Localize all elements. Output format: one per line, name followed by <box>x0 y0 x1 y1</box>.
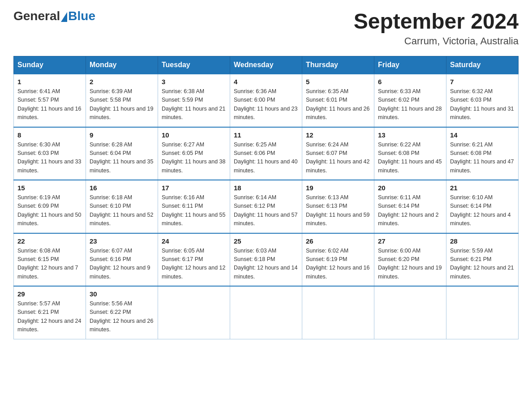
day-number: 9 <box>90 131 154 139</box>
sunrise-line: Sunrise: 6:03 AM <box>234 248 276 254</box>
cell-info: Sunrise: 6:39 AMSunset: 5:58 PMDaylight:… <box>90 87 154 122</box>
day-number: 21 <box>450 184 515 192</box>
cell-info: Sunrise: 6:16 AMSunset: 6:11 PMDaylight:… <box>162 193 226 228</box>
sunrise-line: Sunrise: 6:36 AM <box>234 88 276 94</box>
cell-info: Sunrise: 5:56 AMSunset: 6:22 PMDaylight:… <box>90 300 154 334</box>
day-number: 23 <box>90 237 154 245</box>
daylight-line: Daylight: 11 hours and 47 minutes. <box>450 158 514 173</box>
day-number: 1 <box>17 78 82 86</box>
calendar-cell: 5Sunrise: 6:35 AMSunset: 6:01 PMDaylight… <box>302 74 374 127</box>
cell-info: Sunrise: 5:59 AMSunset: 6:21 PMDaylight:… <box>450 247 515 282</box>
daylight-line: Daylight: 12 hours and 19 minutes. <box>378 265 442 279</box>
sunrise-line: Sunrise: 6:25 AM <box>234 141 276 148</box>
day-number: 10 <box>162 131 226 139</box>
calendar-cell: 4Sunrise: 6:36 AMSunset: 6:00 PMDaylight… <box>230 74 302 127</box>
sunset-line: Sunset: 6:06 PM <box>234 150 275 156</box>
calendar-cell: 27Sunrise: 6:00 AMSunset: 6:20 PMDayligh… <box>374 233 446 287</box>
weekday-header-monday: Monday <box>86 56 158 74</box>
day-number: 22 <box>17 237 82 245</box>
calendar-cell: 17Sunrise: 6:16 AMSunset: 6:11 PMDayligh… <box>158 180 230 233</box>
page-header: General Blue September 2024 Carrum, Vict… <box>13 9 519 47</box>
cell-info: Sunrise: 6:00 AMSunset: 6:20 PMDaylight:… <box>378 247 442 282</box>
day-number: 24 <box>162 237 226 245</box>
calendar-cell: 22Sunrise: 6:08 AMSunset: 6:15 PMDayligh… <box>14 233 86 287</box>
daylight-line: Daylight: 12 hours and 9 minutes. <box>90 265 150 279</box>
weekday-header-thursday: Thursday <box>302 56 374 74</box>
sunset-line: Sunset: 6:11 PM <box>162 203 203 209</box>
calendar-cell: 14Sunrise: 6:21 AMSunset: 6:08 PMDayligh… <box>446 127 519 180</box>
sunrise-line: Sunrise: 5:56 AM <box>90 300 132 307</box>
sunset-line: Sunset: 6:01 PM <box>306 97 347 103</box>
sunrise-line: Sunrise: 6:32 AM <box>450 88 493 94</box>
sunrise-line: Sunrise: 6:21 AM <box>450 141 493 148</box>
location-subtitle: Carrum, Victoria, Australia <box>354 35 519 47</box>
cell-info: Sunrise: 6:21 AMSunset: 6:08 PMDaylight:… <box>450 141 515 176</box>
logo-triangle-icon <box>61 12 67 22</box>
cell-info: Sunrise: 6:22 AMSunset: 6:08 PMDaylight:… <box>378 141 442 176</box>
logo-general-text: General <box>13 9 60 23</box>
calendar-week-row: 22Sunrise: 6:08 AMSunset: 6:15 PMDayligh… <box>14 233 519 287</box>
sunset-line: Sunset: 6:04 PM <box>90 150 131 156</box>
sunrise-line: Sunrise: 6:07 AM <box>90 248 132 254</box>
weekday-header-tuesday: Tuesday <box>158 56 230 74</box>
sunset-line: Sunset: 6:03 PM <box>17 150 59 156</box>
sunrise-line: Sunrise: 6:05 AM <box>162 248 204 254</box>
daylight-line: Daylight: 11 hours and 31 minutes. <box>450 106 514 120</box>
sunset-line: Sunset: 6:02 PM <box>378 97 419 103</box>
calendar-cell <box>302 286 374 339</box>
month-year-title: September 2024 <box>354 9 519 34</box>
day-number: 17 <box>162 184 226 192</box>
day-number: 25 <box>234 237 298 245</box>
calendar-cell: 9Sunrise: 6:28 AMSunset: 6:04 PMDaylight… <box>86 127 158 180</box>
sunrise-line: Sunrise: 6:39 AM <box>90 88 132 94</box>
calendar-cell: 1Sunrise: 6:41 AMSunset: 5:57 PMDaylight… <box>14 74 86 127</box>
sunrise-line: Sunrise: 6:30 AM <box>17 141 60 148</box>
calendar-cell: 18Sunrise: 6:14 AMSunset: 6:12 PMDayligh… <box>230 180 302 233</box>
sunset-line: Sunset: 6:09 PM <box>17 203 59 209</box>
day-number: 16 <box>90 184 154 192</box>
calendar-cell: 23Sunrise: 6:07 AMSunset: 6:16 PMDayligh… <box>86 233 158 287</box>
logo: General Blue <box>13 9 95 23</box>
calendar-cell: 29Sunrise: 5:57 AMSunset: 6:21 PMDayligh… <box>14 286 86 339</box>
calendar-cell: 26Sunrise: 6:02 AMSunset: 6:19 PMDayligh… <box>302 233 374 287</box>
calendar-header-row: SundayMondayTuesdayWednesdayThursdayFrid… <box>14 56 519 74</box>
calendar-cell <box>374 286 446 339</box>
daylight-line: Daylight: 11 hours and 23 minutes. <box>234 106 297 120</box>
calendar-cell: 6Sunrise: 6:33 AMSunset: 6:02 PMDaylight… <box>374 74 446 127</box>
day-number: 30 <box>90 290 154 298</box>
cell-info: Sunrise: 5:57 AMSunset: 6:21 PMDaylight:… <box>17 300 82 334</box>
sunset-line: Sunset: 6:15 PM <box>17 256 59 262</box>
day-number: 28 <box>450 237 515 245</box>
daylight-line: Daylight: 11 hours and 26 minutes. <box>306 106 369 120</box>
sunrise-line: Sunrise: 5:57 AM <box>17 300 60 307</box>
cell-info: Sunrise: 6:14 AMSunset: 6:12 PMDaylight:… <box>234 193 298 228</box>
cell-info: Sunrise: 6:30 AMSunset: 6:03 PMDaylight:… <box>17 141 82 176</box>
sunset-line: Sunset: 6:21 PM <box>450 256 491 262</box>
sunset-line: Sunset: 6:07 PM <box>306 150 347 156</box>
day-number: 20 <box>378 184 442 192</box>
calendar-week-row: 1Sunrise: 6:41 AMSunset: 5:57 PMDaylight… <box>14 74 519 127</box>
daylight-line: Daylight: 11 hours and 45 minutes. <box>378 158 442 173</box>
cell-info: Sunrise: 6:18 AMSunset: 6:10 PMDaylight:… <box>90 193 154 228</box>
daylight-line: Daylight: 12 hours and 26 minutes. <box>90 318 153 333</box>
day-number: 19 <box>306 184 370 192</box>
sunrise-line: Sunrise: 6:28 AM <box>90 141 132 148</box>
sunset-line: Sunset: 5:57 PM <box>17 97 59 103</box>
calendar-cell: 21Sunrise: 6:10 AMSunset: 6:14 PMDayligh… <box>446 180 519 233</box>
daylight-line: Daylight: 11 hours and 33 minutes. <box>17 158 81 173</box>
day-number: 7 <box>450 78 515 86</box>
calendar-week-row: 8Sunrise: 6:30 AMSunset: 6:03 PMDaylight… <box>14 127 519 180</box>
cell-info: Sunrise: 6:25 AMSunset: 6:06 PMDaylight:… <box>234 141 298 176</box>
daylight-line: Daylight: 12 hours and 12 minutes. <box>162 265 225 279</box>
daylight-line: Daylight: 11 hours and 16 minutes. <box>17 106 81 120</box>
day-number: 8 <box>17 131 82 139</box>
cell-info: Sunrise: 6:24 AMSunset: 6:07 PMDaylight:… <box>306 141 370 176</box>
sunset-line: Sunset: 6:05 PM <box>162 150 203 156</box>
calendar-cell: 2Sunrise: 6:39 AMSunset: 5:58 PMDaylight… <box>86 74 158 127</box>
cell-info: Sunrise: 6:19 AMSunset: 6:09 PMDaylight:… <box>17 193 82 228</box>
calendar-cell <box>230 286 302 339</box>
calendar-cell: 8Sunrise: 6:30 AMSunset: 6:03 PMDaylight… <box>14 127 86 180</box>
calendar-table: SundayMondayTuesdayWednesdayThursdayFrid… <box>13 56 519 339</box>
sunrise-line: Sunrise: 6:35 AM <box>306 88 348 94</box>
sunrise-line: Sunrise: 6:08 AM <box>17 248 60 254</box>
